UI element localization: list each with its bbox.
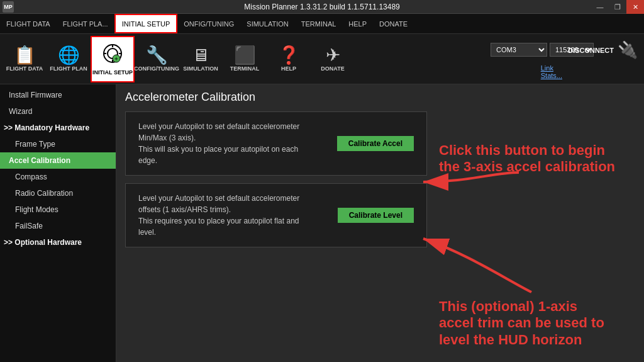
sidebar-item-compass[interactable]: Compass — [0, 169, 116, 185]
toolbar-help[interactable]: ❓ HELP — [267, 36, 311, 82]
active-arrow-icon: ◀ — [109, 156, 114, 165]
disconnect-button[interactable]: DISCONNECT — [568, 47, 614, 54]
page-title: Accelerometer Calibration — [125, 91, 635, 104]
toolbar-simulation-label: SIMULATION — [183, 65, 218, 72]
toolbar-simulation[interactable]: 🖥 SIMULATION — [179, 36, 223, 82]
toolbar-initial-setup-label: INITIAL SETUP — [92, 69, 133, 76]
main: Install Firmware Wizard >> Mandatory Har… — [0, 84, 644, 362]
menu-donate[interactable]: DONATE — [373, 14, 414, 33]
mp-logo: MP — [3, 1, 14, 13]
flight-plan-icon: 🌐 — [58, 47, 80, 64]
annotation-2: This (optional) 1-axis accel trim can be… — [439, 261, 634, 348]
config-icon: 🔧 — [146, 47, 168, 64]
menu-config-tuning[interactable]: ONFIG/TUNING — [177, 14, 240, 33]
calib-accel-box: Level your Autopilot to set default acce… — [125, 111, 427, 176]
window-controls: — ❐ ✕ — [591, 0, 644, 14]
toolbar-flight-data[interactable]: 📋 FLIGHT DATA — [3, 36, 47, 82]
annotation-2-text: This (optional) 1-axis accel trim can be… — [439, 298, 634, 348]
toolbar-terminal[interactable]: ⬛ TERMINAL — [223, 36, 267, 82]
initial-setup-icon: + — [101, 42, 124, 68]
content-area: Accelerometer Calibration Level your Aut… — [116, 84, 644, 362]
flight-data-icon: 📋 — [14, 47, 36, 64]
minimize-button[interactable]: — — [591, 0, 609, 14]
calib-level-description: Level your Autopilot to set default acce… — [138, 193, 319, 238]
help-icon: ❓ — [278, 47, 300, 64]
calibrate-level-button[interactable]: Calibrate Level — [338, 208, 414, 223]
close-button[interactable]: ✕ — [626, 0, 644, 14]
menu-flight-data[interactable]: FLIGHT DATA — [0, 14, 57, 33]
sidebar-item-frame-type[interactable]: Frame Type — [0, 136, 116, 152]
calibrate-accel-button[interactable]: Calibrate Accel — [337, 136, 414, 151]
port-select[interactable]: COM3 — [491, 43, 547, 57]
toolbar-right: COM3 115200 Link Stats... DISCONNECT 🔌 — [638, 34, 644, 84]
sidebar-item-flight-modes[interactable]: Flight Modes — [0, 201, 116, 218]
toolbar-flight-plan[interactable]: 🌐 FLIGHT PLAN — [47, 36, 91, 82]
annotation-1-text: Click this button to begin the 3-axis ac… — [439, 142, 634, 176]
toolbar-flight-data-label: FLIGHT DATA — [6, 65, 43, 72]
menu-flight-plan[interactable]: FLIGHT PLA... — [57, 14, 114, 33]
window-title: Mission Planner 1.3.31.2 build 1.1.5711.… — [244, 3, 400, 11]
sidebar-item-install-firmware[interactable]: Install Firmware — [0, 87, 116, 103]
sidebar-item-mandatory-hardware[interactable]: >> Mandatory Hardware — [0, 120, 116, 136]
annotation-1: Click this button to begin the 3-axis ac… — [439, 142, 634, 182]
sidebar-item-accel-calibration[interactable]: Accel Calibration ◀ — [0, 152, 116, 169]
link-stats-link[interactable]: Link Stats... — [541, 64, 562, 79]
menu-initial-setup[interactable]: INITIAL SETUP — [114, 14, 178, 33]
menu-help[interactable]: HELP — [342, 14, 373, 33]
toolbar-donate[interactable]: ✈ DONATE — [311, 36, 355, 82]
simulation-icon: 🖥 — [192, 47, 209, 64]
toolbar-terminal-label: TERMINAL — [230, 65, 260, 72]
toolbar-flight-plan-label: FLIGHT PLAN — [50, 65, 87, 72]
menu-bar: FLIGHT DATA FLIGHT PLA... INITIAL SETUP … — [0, 14, 644, 34]
menu-simulation[interactable]: SIMULATION — [240, 14, 294, 33]
terminal-icon: ⬛ — [234, 47, 256, 64]
svg-text:+: + — [114, 55, 118, 62]
toolbar-help-label: HELP — [281, 65, 296, 72]
toolbar: 📋 FLIGHT DATA 🌐 FLIGHT PLAN + INITIAL SE… — [0, 34, 644, 84]
menu-terminal[interactable]: TERMINAL — [295, 14, 343, 33]
sidebar-item-radio-calibration[interactable]: Radio Calibration — [0, 185, 116, 201]
toolbar-config[interactable]: 🔧 CONFIG/TUNING — [135, 36, 179, 82]
title-bar: MP Mission Planner 1.3.31.2 build 1.1.57… — [0, 0, 644, 14]
sidebar: Install Firmware Wizard >> Mandatory Har… — [0, 84, 116, 362]
sidebar-item-optional-hardware[interactable]: >> Optional Hardware — [0, 234, 116, 251]
donate-icon: ✈ — [326, 47, 340, 64]
calib-accel-description: Level your Autopilot to set default acce… — [138, 121, 318, 166]
plug-icon: 🔌 — [618, 40, 638, 60]
sidebar-item-wizard[interactable]: Wizard — [0, 103, 116, 120]
toolbar-donate-label: DONATE — [321, 65, 344, 72]
sidebar-item-failsafe[interactable]: FailSafe — [0, 218, 116, 234]
restore-button[interactable]: ❐ — [609, 0, 626, 14]
toolbar-initial-setup[interactable]: + INITIAL SETUP — [91, 36, 135, 82]
calib-level-box: Level your Autopilot to set default acce… — [125, 183, 427, 247]
toolbar-config-label: CONFIG/TUNING — [134, 65, 179, 72]
